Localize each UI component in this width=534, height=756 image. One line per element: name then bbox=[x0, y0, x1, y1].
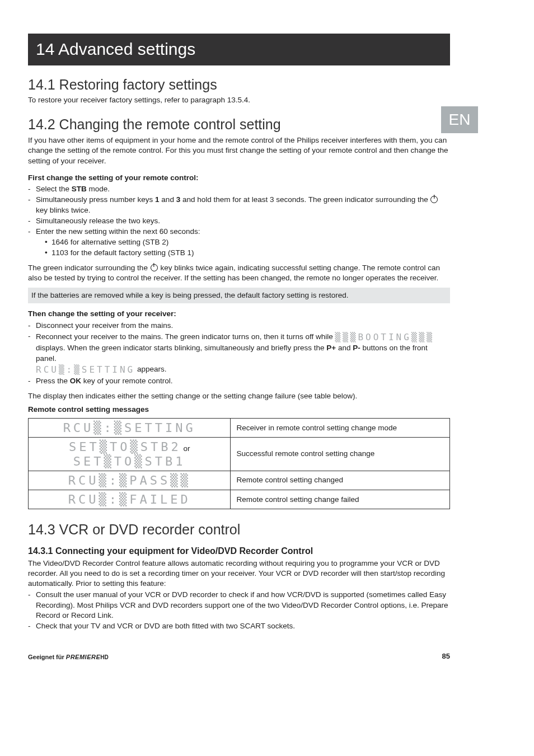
list-item: Select the STB mode. bbox=[28, 184, 450, 194]
table-cell: Successful remote control setting change bbox=[231, 438, 450, 471]
text-fragment: mode. bbox=[87, 185, 110, 193]
list-item: 1103 for the default factory setting (ST… bbox=[36, 248, 450, 258]
text-fragment: and bbox=[160, 195, 176, 204]
text-fragment: key of your remote control. bbox=[81, 377, 173, 385]
power-icon bbox=[151, 264, 158, 271]
section-14-3-heading: 14.3 VCR or DVD recorder control bbox=[28, 520, 450, 539]
section-14-3-1-heading: 14.3.1 Connecting your equipment for Vid… bbox=[28, 545, 450, 557]
text-fragment: and bbox=[336, 344, 353, 352]
page-number: 85 bbox=[442, 651, 450, 661]
paragraph: The display then indicates either the se… bbox=[28, 391, 450, 401]
text-fragment: Simultaneously press number keys bbox=[36, 195, 155, 204]
messages-table: RCU▒:▒SETTING Receiver in remote control… bbox=[28, 418, 450, 509]
section-14-1-text: To restore your receiver factory setting… bbox=[28, 95, 450, 105]
note-box: If the batteries are removed while a key… bbox=[28, 288, 450, 303]
display-text: SET▒TO▒STB2 bbox=[69, 440, 181, 454]
setting-codes-list: 1646 for alternative setting (STB 2) 110… bbox=[36, 237, 450, 258]
first-change-list: Select the STB mode. Simultaneously pres… bbox=[28, 184, 450, 259]
text-fragment: key blinks twice. bbox=[36, 206, 91, 214]
display-text: RCU▒:▒SETTING bbox=[34, 421, 224, 435]
table-heading: Remote control setting messages bbox=[28, 405, 149, 414]
display-text: RCU▒:▒PASS▒▒ bbox=[34, 473, 224, 487]
section-14-2-heading: 14.2 Changing the remote control setting bbox=[28, 115, 450, 134]
text-fragment: The green indicator surrounding the bbox=[28, 264, 150, 272]
section-14-1-heading: 14.1 Restoring factory settings bbox=[28, 76, 450, 95]
power-icon bbox=[430, 196, 438, 203]
text-fragment: appears. bbox=[135, 365, 166, 373]
list-item: Consult the user manual of your VCR or D… bbox=[28, 590, 450, 621]
table-row: RCU▒:▒FAILED Remote control setting chan… bbox=[29, 490, 450, 509]
language-tab: EN bbox=[441, 106, 478, 133]
then-change-label: Then change the setting of your receiver… bbox=[28, 309, 176, 318]
first-change-label: First change the setting of your remote … bbox=[28, 173, 199, 182]
text-fragment: Reconnect your receiver to the mains. Th… bbox=[36, 332, 335, 341]
text-fragment: and hold them for at least 3 seconds. Th… bbox=[180, 195, 430, 204]
display-text-booting: ▒▒▒BOOTING▒▒▒ bbox=[335, 332, 434, 342]
text-bold: 1 bbox=[155, 195, 160, 204]
table-row: SET▒TO▒STB2 or SET▒TO▒STB1 Successful re… bbox=[29, 438, 450, 471]
text-fragment: Press the bbox=[36, 377, 70, 385]
list-item: Check that your TV and VCR or DVD are bo… bbox=[28, 621, 450, 631]
paragraph: The Video/DVD Recorder Control feature a… bbox=[28, 558, 450, 589]
list-item: Simultaneously release the two keys. bbox=[28, 216, 450, 226]
list-item: Reconnect your receiver to the mains. Th… bbox=[28, 331, 450, 376]
table-row: RCU▒:▒SETTING Receiver in remote control… bbox=[29, 419, 450, 438]
text-bold: P+ bbox=[326, 344, 336, 352]
text-bold: STB bbox=[72, 185, 87, 193]
text-fragment: or bbox=[181, 444, 190, 453]
table-cell: Remote control setting changed bbox=[231, 471, 450, 490]
text-fragment: displays. When the green indicator start… bbox=[36, 344, 326, 352]
list-item: Enter the new setting within the next 60… bbox=[28, 227, 450, 259]
list-item: 1646 for alternative setting (STB 2) bbox=[36, 237, 450, 247]
table-row: RCU▒:▒PASS▒▒ Remote control setting chan… bbox=[29, 471, 450, 490]
text-bold: P- bbox=[353, 344, 360, 352]
display-text: RCU▒:▒FAILED bbox=[34, 492, 224, 506]
footer-brand: PREMIERE bbox=[66, 654, 100, 660]
section-14-2-intro: If you have other items of equipment in … bbox=[28, 135, 450, 166]
paragraph: The green indicator surrounding the key … bbox=[28, 263, 450, 283]
table-cell: Receiver in remote control setting chang… bbox=[231, 419, 450, 438]
list-item: Press the OK key of your remote control. bbox=[28, 376, 450, 386]
text-bold: OK bbox=[70, 377, 81, 385]
then-change-list: Disconnect your receiver from the mains.… bbox=[28, 321, 450, 387]
display-text: SET▒TO▒STB1 bbox=[73, 454, 186, 468]
prior-setting-list: Consult the user manual of your VCR or D… bbox=[28, 590, 450, 631]
chapter-title-bar: 14 Advanced settings bbox=[28, 34, 450, 65]
page-footer: Geeignet für PREMIEREHD 85 bbox=[28, 651, 450, 661]
list-item: Simultaneously press number keys 1 and 3… bbox=[28, 195, 450, 215]
text-fragment: Enter the new setting within the next 60… bbox=[36, 227, 200, 236]
display-text-rcu-setting: RCU▒:▒SETTING bbox=[36, 364, 135, 375]
list-item: Disconnect your receiver from the mains. bbox=[28, 321, 450, 331]
footer-text: Geeignet für bbox=[28, 654, 66, 660]
text-fragment: Select the bbox=[36, 185, 72, 193]
footer-hd: HD bbox=[100, 654, 108, 660]
table-cell: Remote control setting change failed bbox=[231, 490, 450, 509]
